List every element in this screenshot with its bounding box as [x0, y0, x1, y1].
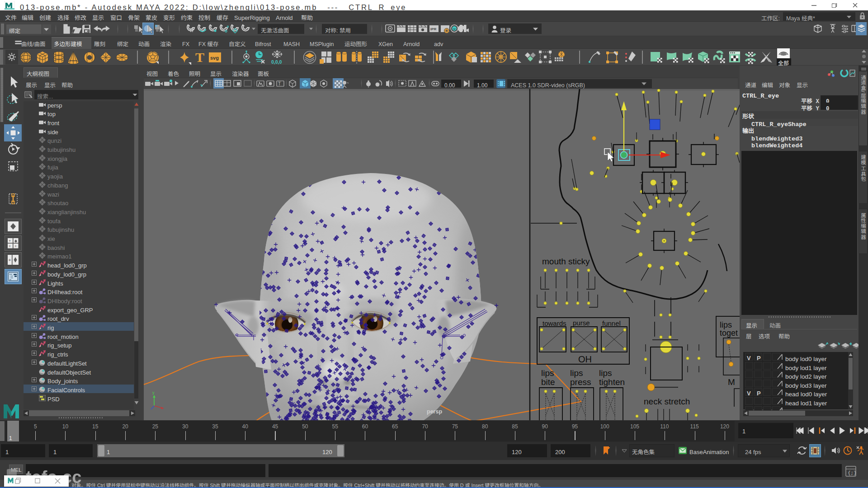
svg-text:0,0,0: 0,0,0 — [271, 59, 282, 65]
svg-text:IPR: IPR — [430, 27, 437, 31]
svg-text:T: T — [195, 50, 204, 65]
svg-text:toget: toget — [720, 328, 738, 338]
svg-text:lips: lips — [720, 320, 732, 329]
svg-text:lips: lips — [570, 368, 583, 378]
svg-text:neck stretch: neck stretch — [644, 397, 690, 406]
svg-text:tighten: tighten — [599, 377, 625, 387]
svg-text:M: M — [728, 377, 735, 387]
svg-text:+: + — [14, 243, 17, 249]
svg-text:press: press — [570, 377, 591, 387]
svg-text:funnel: funnel — [602, 319, 621, 327]
svg-text:persp: persp — [427, 408, 442, 415]
svg-text:+: + — [9, 256, 11, 263]
svg-text:+: + — [9, 243, 11, 249]
svg-text:bite: bite — [541, 377, 555, 387]
svg-text:towards: towards — [542, 319, 566, 327]
svg-text:svg: svg — [210, 55, 219, 61]
svg-text:purse: purse — [573, 319, 590, 327]
svg-text:lips: lips — [599, 368, 612, 378]
svg-text:T: T — [278, 81, 281, 86]
svg-text:y: y — [152, 390, 155, 395]
svg-text:lips: lips — [541, 368, 554, 378]
svg-text:mouth sticky: mouth sticky — [542, 257, 590, 266]
svg-text:OH: OH — [578, 354, 592, 364]
svg-text:{;}: {;} — [848, 470, 857, 476]
